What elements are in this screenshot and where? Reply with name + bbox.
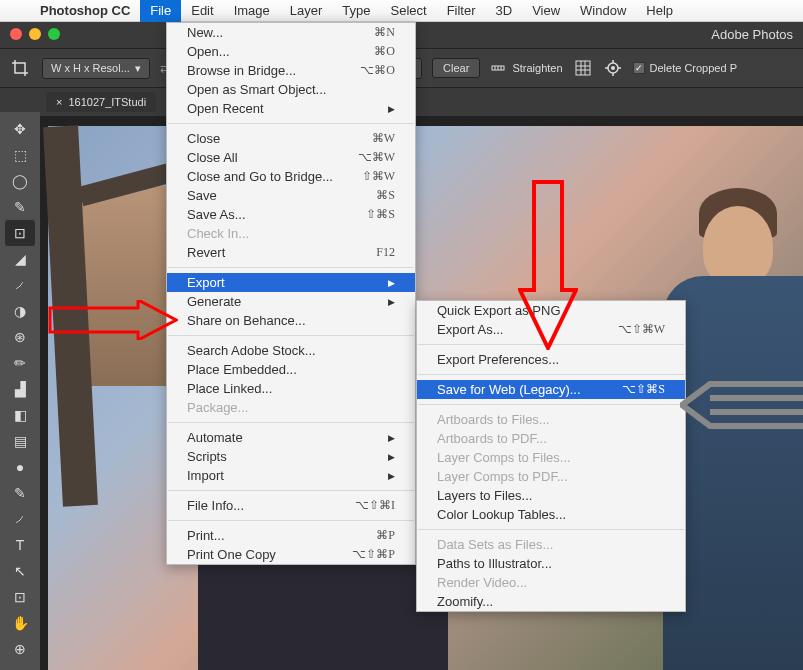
file-menu-item-save-as[interactable]: Save As...⇧⌘S [167, 205, 415, 224]
file-menu-item-save[interactable]: Save⌘S [167, 186, 415, 205]
export-menu-separator [418, 529, 684, 530]
tool-button-2[interactable]: ◯ [5, 168, 35, 194]
file-menu-item-scripts[interactable]: Scripts▶ [167, 447, 415, 466]
maximize-window-button[interactable] [48, 28, 60, 40]
file-menu-item-print[interactable]: Print...⌘P [167, 526, 415, 545]
file-menu-item-import[interactable]: Import▶ [167, 466, 415, 485]
annotation-arrow-down [518, 180, 578, 350]
tool-button-19[interactable]: ✋ [5, 610, 35, 636]
tool-button-3[interactable]: ✎ [5, 194, 35, 220]
tool-button-17[interactable]: ↖ [5, 558, 35, 584]
tool-button-20[interactable]: ⊕ [5, 636, 35, 662]
menubar-item-image[interactable]: Image [224, 0, 280, 22]
gear-icon[interactable] [603, 58, 623, 78]
menubar-item-window[interactable]: Window [570, 0, 636, 22]
minimize-window-button[interactable] [29, 28, 41, 40]
file-menu-item-place-linked[interactable]: Place Linked... [167, 379, 415, 398]
export-menu-item-zoomify[interactable]: Zoomify... [417, 592, 685, 611]
tool-button-12[interactable]: ▤ [5, 428, 35, 454]
file-menu-separator [168, 422, 414, 423]
file-menu-item-browse-in-bridge[interactable]: Browse in Bridge...⌥⌘O [167, 61, 415, 80]
grid-icon[interactable] [573, 58, 593, 78]
export-menu-item-layers-to-files[interactable]: Layers to Files... [417, 486, 685, 505]
export-menu-item-paths-to-illustrator[interactable]: Paths to Illustrator... [417, 554, 685, 573]
export-menu-item-export-preferences[interactable]: Export Preferences... [417, 350, 685, 369]
document-tab[interactable]: × 161027_ITStudi [46, 92, 156, 112]
tool-button-4[interactable]: ⊡ [5, 220, 35, 246]
file-menu-item-check-in: Check In... [167, 224, 415, 243]
document-tabs: × 161027_ITStudi [40, 88, 156, 116]
svg-rect-4 [576, 61, 590, 75]
menubar-item-select[interactable]: Select [380, 0, 436, 22]
menubar-item-3d[interactable]: 3D [486, 0, 523, 22]
svg-point-10 [611, 66, 615, 70]
file-menu-item-new[interactable]: New...⌘N [167, 23, 415, 42]
file-menu-item-open-as-smart-object[interactable]: Open as Smart Object... [167, 80, 415, 99]
file-menu-item-close[interactable]: Close⌘W [167, 129, 415, 148]
file-menu-item-package: Package... [167, 398, 415, 417]
file-menu-separator [168, 267, 414, 268]
tool-button-10[interactable]: ▟ [5, 376, 35, 402]
export-menu-item-color-lookup-tables[interactable]: Color Lookup Tables... [417, 505, 685, 524]
tool-button-5[interactable]: ◢ [5, 246, 35, 272]
ratio-dropdown[interactable]: W x H x Resol...▾ [42, 58, 150, 79]
export-menu-item-save-for-web-legacy[interactable]: Save for Web (Legacy)...⌥⇧⌘S [417, 380, 685, 399]
menubar-item-file[interactable]: File [140, 0, 181, 22]
close-icon[interactable]: × [56, 96, 62, 108]
file-menu-separator [168, 123, 414, 124]
file-menu-separator [168, 520, 414, 521]
export-menu-item-render-video: Render Video... [417, 573, 685, 592]
straighten-icon [490, 60, 506, 76]
export-menu-separator [418, 374, 684, 375]
menubar-item-layer[interactable]: Layer [280, 0, 333, 22]
tool-button-15[interactable]: ⟋ [5, 506, 35, 532]
straighten-control[interactable]: Straighten [490, 60, 562, 76]
chevron-right-icon: ▶ [388, 433, 395, 443]
tool-button-13[interactable]: ● [5, 454, 35, 480]
tool-button-1[interactable]: ⬚ [5, 142, 35, 168]
checkbox-icon: ✓ [633, 62, 645, 74]
menubar-item-help[interactable]: Help [636, 0, 683, 22]
export-menu-item-layer-comps-to-files: Layer Comps to Files... [417, 448, 685, 467]
clear-button[interactable]: Clear [432, 58, 480, 78]
chevron-right-icon: ▶ [388, 104, 395, 114]
file-menu-item-place-embedded[interactable]: Place Embedded... [167, 360, 415, 379]
file-menu-item-print-one-copy[interactable]: Print One Copy⌥⇧⌘P [167, 545, 415, 564]
file-menu-separator [168, 490, 414, 491]
tool-button-8[interactable]: ⊛ [5, 324, 35, 350]
tool-button-14[interactable]: ✎ [5, 480, 35, 506]
menubar-item-type[interactable]: Type [332, 0, 380, 22]
tool-button-0[interactable]: ✥ [5, 116, 35, 142]
app-name[interactable]: Photoshop CC [30, 3, 140, 18]
menubar-item-view[interactable]: View [522, 0, 570, 22]
file-menu-item-close-all[interactable]: Close All⌥⌘W [167, 148, 415, 167]
tool-button-9[interactable]: ✏ [5, 350, 35, 376]
file-menu-item-open[interactable]: Open...⌘O [167, 42, 415, 61]
file-menu-separator [168, 335, 414, 336]
file-menu-item-file-info[interactable]: File Info...⌥⇧⌘I [167, 496, 415, 515]
export-menu-separator [418, 404, 684, 405]
file-menu-item-revert[interactable]: RevertF12 [167, 243, 415, 262]
delete-cropped-checkbox[interactable]: ✓ Delete Cropped P [633, 62, 737, 74]
file-menu-item-search-adobe-stock[interactable]: Search Adobe Stock... [167, 341, 415, 360]
tool-button-6[interactable]: ⟋ [5, 272, 35, 298]
export-menu-item-artboards-to-files: Artboards to Files... [417, 410, 685, 429]
file-menu-item-open-recent[interactable]: Open Recent▶ [167, 99, 415, 118]
export-menu-item-data-sets-as-files: Data Sets as Files... [417, 535, 685, 554]
menubar-item-edit[interactable]: Edit [181, 0, 223, 22]
tool-button-7[interactable]: ◑ [5, 298, 35, 324]
file-menu-item-close-and-go-to-bridge[interactable]: Close and Go to Bridge...⇧⌘W [167, 167, 415, 186]
file-menu-item-automate[interactable]: Automate▶ [167, 428, 415, 447]
tool-button-16[interactable]: T [5, 532, 35, 558]
close-window-button[interactable] [10, 28, 22, 40]
menubar-item-filter[interactable]: Filter [437, 0, 486, 22]
tool-button-11[interactable]: ◧ [5, 402, 35, 428]
file-menu-item-generate[interactable]: Generate▶ [167, 292, 415, 311]
crop-tool-icon[interactable] [8, 56, 32, 80]
macos-menubar: Photoshop CC FileEditImageLayerTypeSelec… [0, 0, 803, 22]
file-menu-item-export[interactable]: Export▶ [167, 273, 415, 292]
file-menu-item-share-on-behance[interactable]: Share on Behance... [167, 311, 415, 330]
file-menu: New...⌘NOpen...⌘OBrowse in Bridge...⌥⌘OO… [166, 22, 416, 565]
tools-panel: ✥⬚◯✎⊡◢⟋◑⊛✏▟◧▤●✎⟋T↖⊡✋⊕ [0, 88, 40, 670]
tool-button-18[interactable]: ⊡ [5, 584, 35, 610]
